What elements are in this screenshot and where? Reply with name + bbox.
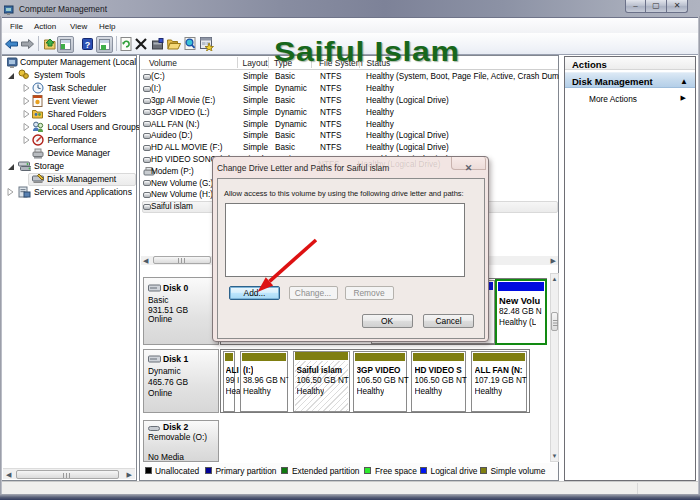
svg-text:?: ? — [85, 40, 91, 50]
